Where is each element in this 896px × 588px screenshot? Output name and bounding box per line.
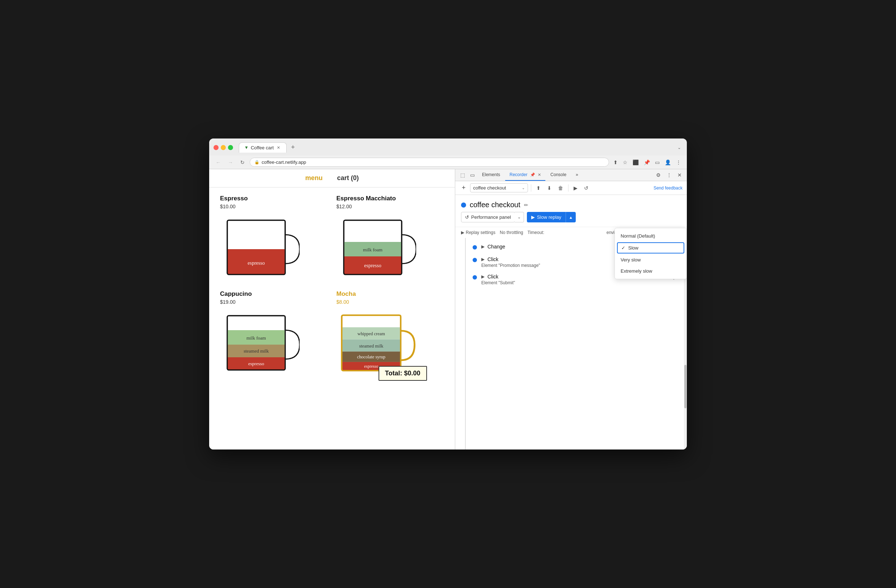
lock-icon: 🔒 [254,160,259,164]
espresso-macchiato-item[interactable]: Espresso Macchiato $12.00 milk foam espr… [337,195,444,282]
profile-icon[interactable]: 👤 [663,158,672,167]
recording-title: coffee checkout [470,201,520,209]
espresso-macchiato-price: $12.00 [337,204,444,210]
maximize-button[interactable] [228,145,233,150]
devtools-panel: ⬚ ▭ Elements Recorder 📌 ✕ Console » ⚙ ⋮ … [455,169,687,450]
tab-elements[interactable]: Elements [478,169,504,181]
espresso-macchiato-name: Espresso Macchiato [337,195,444,202]
edit-title-icon[interactable]: ✏ [524,202,528,208]
browser-tab[interactable]: ▼ Coffee cart ✕ [239,143,286,153]
address-text: coffee-cart.netlify.app [262,160,306,165]
recording-status-dot [461,202,466,208]
tab-title: Coffee cart [251,145,274,150]
mocha-item[interactable]: Mocha $8.00 whipped cream steamed milk [337,290,444,377]
devtools-settings-icon[interactable]: ⚙ [654,171,663,179]
espresso-macchiato-mug: milk foam espresso [337,213,416,282]
timeout-label: Timeout: [527,230,544,235]
performance-btn-label: Performance panel [471,214,511,220]
refresh-button[interactable]: ↻ [238,158,247,166]
share-icon[interactable]: ⬆ [612,158,619,167]
performance-panel-button[interactable]: ↺ Performance panel [461,212,515,222]
menu-nav-link[interactable]: menu [305,174,322,182]
download-recording-icon[interactable]: ⬇ [545,184,554,192]
svg-text:steamed milk: steamed milk [244,348,269,354]
scrollbar-thumb[interactable] [684,365,686,408]
element-picker-icon[interactable]: ⬚ [458,171,467,179]
tab-bar: ▼ Coffee cart ✕ + ⌄ [239,142,683,153]
espresso-price: $10.00 [220,204,328,210]
close-button[interactable] [213,145,219,150]
undo-icon[interactable]: ↺ [582,184,591,192]
click1-action-label: Click [488,257,498,262]
delete-recording-icon[interactable]: 🗑 [556,184,565,192]
cart-nav-link[interactable]: cart (0) [337,174,359,182]
tab-minimize-icon[interactable]: ⌄ [676,144,683,152]
click2-action-label: Click [488,274,498,280]
website-panel: menu cart (0) Espresso $10.00 espresso [209,169,455,450]
address-bar: ← → ↻ 🔒 coffee-cart.netlify.app ⬆ ☆ ⬛ 📌 … [209,155,687,169]
speed-slow-label: Slow [628,245,638,251]
svg-text:steamed milk: steamed milk [359,343,383,349]
cappucino-name: Cappucino [220,290,328,298]
toolbar-divider-1 [531,184,531,191]
expand-click1-icon[interactable]: ▶ [481,257,485,262]
replay-settings-label[interactable]: ▶ Replay settings [461,230,495,235]
performance-panel-dropdown-arrow[interactable]: ⌄ [515,212,524,222]
cappucino-item[interactable]: Cappucino $19.00 milk foam steamed milk [220,290,328,377]
add-recording-button[interactable]: + [460,183,468,192]
browser-window: ▼ Coffee cart ✕ + ⌄ ← → ↻ 🔒 coffee-cart.… [209,138,687,450]
cappucino-mug: milk foam steamed milk espresso [220,308,300,377]
espresso-name: Espresso [220,195,328,202]
expand-change-icon[interactable]: ▶ [481,244,485,249]
send-feedback-link[interactable]: Send feedback [654,185,683,191]
replay-icon[interactable]: ▶ [571,184,580,192]
devtools-tabs-bar: ⬚ ▭ Elements Recorder 📌 ✕ Console » ⚙ ⋮ … [455,169,687,181]
devtools-toolbar-icons: ⚙ ⋮ ✕ [654,171,684,179]
performance-btn-icon: ↺ [465,214,469,220]
recorder-toolbar: + coffee checkout ⌄ ⬆ ⬇ 🗑 ▶ ↺ Send feedb… [455,181,687,195]
espresso-item[interactable]: Espresso $10.00 espresso [220,195,328,282]
traffic-lights [213,145,233,150]
tab-close-icon[interactable]: ✕ [276,145,281,150]
slow-replay-button[interactable]: ▶ Slow replay [527,212,565,222]
extension-icon[interactable]: ⬛ [631,158,640,167]
speed-extremely-slow-item[interactable]: Extremely slow [615,266,686,277]
slow-replay-button-group: ▶ Slow replay ▲ [527,212,576,222]
recording-selector[interactable]: coffee checkout ⌄ [470,183,528,192]
total-badge: Total: $0.00 [378,366,427,381]
devtools-more-icon[interactable]: ⋮ [664,171,674,179]
new-tab-button[interactable]: + [288,142,298,153]
svg-text:espresso: espresso [364,263,381,268]
cast-icon[interactable]: ▭ [654,158,661,167]
minimize-button[interactable] [221,145,226,150]
forward-button[interactable]: → [226,158,235,166]
tab-recorder[interactable]: Recorder 📌 ✕ [505,169,546,181]
svg-text:whipped cream: whipped cream [357,331,385,336]
tab-console[interactable]: Console [546,169,571,181]
address-input[interactable]: 🔒 coffee-cart.netlify.app [250,158,609,167]
device-toggle-icon[interactable]: ▭ [468,171,477,179]
slow-replay-dropdown-arrow[interactable]: ▲ [565,212,576,222]
speed-slow-item[interactable]: ✓ Slow [617,242,684,254]
star-icon[interactable]: ☆ [621,158,629,167]
slow-replay-label: Slow replay [537,214,561,220]
main-area: menu cart (0) Espresso $10.00 espresso [209,169,687,450]
more-tabs-icon[interactable]: » [571,169,583,181]
performance-panel-button-group: ↺ Performance panel ⌄ [461,212,524,222]
back-button[interactable]: ← [213,158,223,166]
upload-recording-icon[interactable]: ⬆ [534,184,543,192]
menu-icon[interactable]: ⋮ [675,158,683,167]
toolbar-divider-2 [568,184,568,191]
speed-very-slow-item[interactable]: Very slow [615,254,686,266]
click2-detail: Element "Submit" [481,280,665,285]
svg-text:milk foam: milk foam [247,335,266,341]
browser-toolbar-icons: ⬆ ☆ ⬛ 📌 ▭ 👤 ⋮ [612,158,683,167]
cappucino-price: $19.00 [220,299,328,305]
devtools-close-icon[interactable]: ✕ [675,171,684,179]
svg-text:espresso: espresso [248,361,264,366]
expand-click2-icon[interactable]: ▶ [481,274,485,279]
pin-icon[interactable]: 📌 [642,158,651,167]
recording-header: coffee checkout ✏ [455,195,687,212]
speed-normal-item[interactable]: Normal (Default) [615,230,686,242]
recorder-tab-close-icon[interactable]: ✕ [538,173,541,177]
